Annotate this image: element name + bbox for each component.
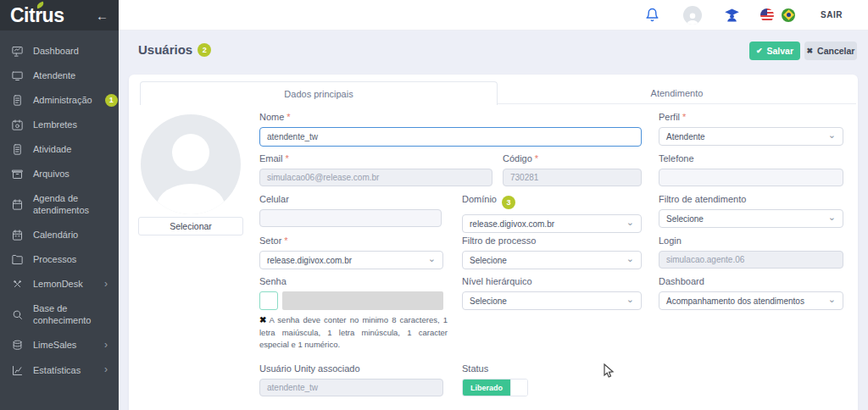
field-label: Nome*: [259, 112, 642, 122]
field-label: Domínio3: [462, 194, 642, 209]
select-photo-button[interactable]: Selecionar: [138, 217, 243, 235]
sidebar-menu: Dashboard Atendente Administração 1 Lemb…: [0, 30, 119, 383]
status-toggle-knob: [510, 380, 527, 396]
sidebar-item-lembretes[interactable]: Lembretes: [0, 113, 119, 137]
sidebar-item-processos[interactable]: Processos: [0, 247, 119, 272]
nivel-hierarquico-select[interactable]: Selecione⌄: [462, 291, 642, 310]
field-label: Filtro de atendimento: [659, 194, 843, 204]
field-usuario-unity: Usuário Unity associado: [259, 363, 443, 396]
field-senha: Senha: [259, 276, 443, 310]
sidebar-item-label: Base de conhecimento: [33, 302, 104, 327]
sidebar-item-lemondesk[interactable]: LemonDesk ›: [0, 272, 119, 297]
sidebar-item-label: Agenda de atendimentos: [33, 192, 104, 217]
check-icon: ✔: [756, 47, 763, 55]
sidebar-item-atendente[interactable]: Atendente: [0, 64, 119, 88]
brazil-flag-icon[interactable]: [782, 8, 795, 22]
main-content: Usuários2 ✔Salvar ✖Cancelar Dados princi…: [119, 30, 868, 410]
chevron-right-icon: ›: [104, 339, 108, 352]
sidebar-item-administracao[interactable]: Administração 1: [0, 88, 119, 113]
archive-box-icon: [11, 168, 24, 180]
sidebar-item-dashboard[interactable]: Dashboard: [0, 39, 119, 64]
profile-photo-placeholder: [141, 114, 241, 214]
field-label: Email*: [259, 153, 492, 163]
presentation-board-icon: [11, 45, 24, 58]
field-label: Filtro de processo: [462, 235, 642, 246]
flag-diamond: [783, 9, 794, 20]
chart-line-icon: [11, 364, 24, 377]
field-telefone: Telefone: [659, 153, 843, 186]
sidebar-item-agenda-de-atendimentos[interactable]: Agenda de atendimentos: [0, 186, 119, 223]
logo-block: Citrus ←: [0, 0, 119, 30]
monitor-icon: [11, 69, 24, 82]
clipboard-icon: [11, 94, 24, 107]
field-login: Login: [659, 235, 843, 269]
field-dominio: Domínio3 release.digivox.com.br⌄: [462, 194, 642, 233]
usa-flag-icon[interactable]: [760, 8, 774, 22]
field-status: Status Liberado: [462, 363, 528, 396]
sidebar-item-label: Atendente: [33, 69, 75, 81]
coins-icon: [11, 339, 24, 352]
dominio-select[interactable]: release.digivox.com.br⌄: [462, 214, 642, 233]
nome-input[interactable]: [259, 127, 642, 147]
field-filtro-atendimento: Filtro de atendimento Selecione⌄: [659, 194, 843, 228]
status-toggle[interactable]: Liberado: [462, 379, 528, 396]
celular-input[interactable]: [259, 209, 442, 227]
step-badge: 2: [198, 43, 211, 57]
sidebar-item-label: Lembretes: [33, 119, 77, 130]
codigo-input: [503, 169, 642, 186]
page-title: Usuários2: [138, 42, 211, 57]
chevron-right-icon: ›: [104, 363, 108, 377]
lemondesk-icon: [11, 278, 24, 291]
folder-icon: [11, 253, 24, 266]
save-button[interactable]: ✔Salvar: [749, 42, 800, 60]
field-label: Login: [659, 235, 843, 246]
calendar-icon: [11, 198, 24, 211]
filtro-processo-select[interactable]: Selecione⌄: [462, 251, 642, 269]
required-asterisk: *: [284, 235, 287, 246]
sidebar-item-label: Atividade: [33, 143, 71, 155]
close-icon: ✖: [807, 47, 814, 55]
tab-row: Dados principais Atendimento: [140, 81, 856, 104]
required-asterisk: *: [286, 153, 289, 163]
field-label: Status: [462, 363, 528, 374]
field-dashboard: Dashboard Acompanhamento dos atendimento…: [659, 276, 843, 310]
sidebar-item-limesales[interactable]: LimeSales ›: [0, 333, 119, 358]
notifications-bell-icon[interactable]: [645, 8, 659, 22]
senha-checkbox[interactable]: [259, 291, 278, 310]
field-setor: Setor* release.digivox.com.br⌄: [259, 235, 443, 269]
sidebar-collapse-arrow-icon[interactable]: ←: [96, 8, 108, 23]
setor-select[interactable]: release.digivox.com.br⌄: [259, 251, 443, 269]
field-codigo: Código*: [503, 153, 642, 186]
field-label: Nível hierárquico: [462, 276, 642, 286]
top-bar: SAIR: [119, 0, 868, 30]
sidebar-item-atividade[interactable]: Atividade: [0, 137, 119, 162]
perfil-select[interactable]: Atendente⌄: [659, 127, 843, 146]
sidebar-item-label: Administração: [33, 94, 92, 106]
tab-dados-principais[interactable]: Dados principais: [140, 81, 498, 105]
tab-atendimento[interactable]: Atendimento: [498, 81, 856, 104]
form-card: Dados principais Atendimento Selecionar …: [129, 75, 858, 410]
tutor-icon[interactable]: [724, 8, 740, 23]
telefone-input[interactable]: [659, 169, 843, 186]
status-toggle-label: Liberado: [463, 380, 510, 396]
email-input: [259, 169, 492, 186]
calendar-icon: [11, 229, 24, 241]
sidebar-item-label: Estatísticas: [33, 364, 81, 376]
sidebar-item-calendario[interactable]: Calendário: [0, 223, 119, 247]
sidebar-item-label: LimeSales: [33, 339, 76, 351]
clipboard-icon: [11, 143, 24, 156]
required-asterisk: *: [535, 153, 538, 163]
logout-button[interactable]: SAIR: [821, 10, 843, 19]
filtro-atendimento-select[interactable]: Selecione⌄: [659, 209, 843, 228]
step-badge: 3: [502, 196, 515, 209]
password-hint: ✖A senha deve conter no minimo 8 caracte…: [259, 313, 448, 352]
user-avatar[interactable]: [683, 6, 702, 25]
usuario-unity-input: [259, 379, 443, 396]
sidebar-item-estatisticas[interactable]: Estatísticas ›: [0, 357, 119, 383]
sidebar-item-label: Arquivos: [33, 168, 70, 180]
sidebar-item-arquivos[interactable]: Arquivos: [0, 162, 119, 186]
sidebar-item-base-de-conhecimento[interactable]: Base de conhecimento: [0, 296, 119, 333]
field-label: Telefone: [659, 153, 843, 163]
dashboard-select[interactable]: Acompanhamento dos atendimentos⌄: [659, 291, 843, 310]
cancel-button[interactable]: ✖Cancelar: [804, 42, 857, 60]
